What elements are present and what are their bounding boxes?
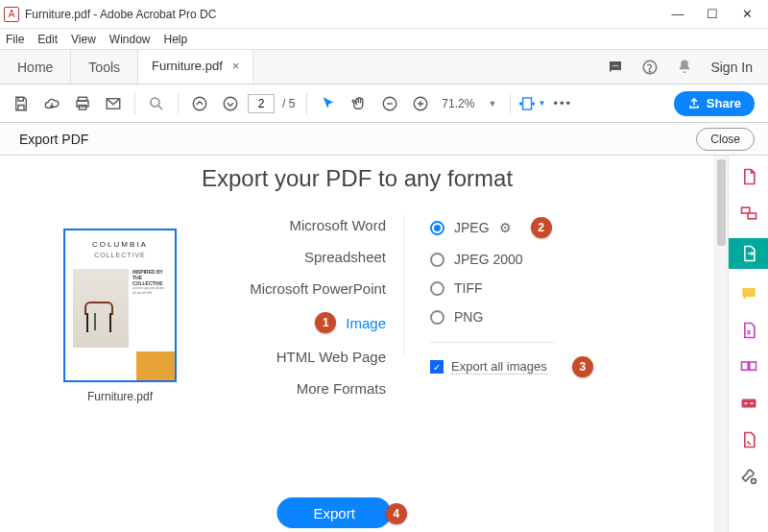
window-titlebar: A Furniture.pdf - Adobe Acrobat Pro DC —… (0, 0, 768, 29)
option-png[interactable]: PNG (430, 309, 614, 325)
zoom-value[interactable]: 71.2% (438, 97, 478, 110)
tab-document[interactable]: Furniture.pdf × (138, 50, 253, 84)
save-icon[interactable] (8, 90, 35, 117)
app-icon: A (4, 7, 19, 22)
option-export-all-images[interactable]: ✓ Export all images 3 (430, 356, 614, 377)
export-button[interactable]: Export (276, 497, 391, 528)
toolbar-separator (510, 93, 511, 114)
category-spreadsheet[interactable]: Spreadsheet (304, 249, 386, 265)
bell-icon[interactable] (676, 59, 693, 76)
tab-home[interactable]: Home (0, 50, 71, 84)
rail-fill-sign-icon[interactable] (737, 428, 760, 451)
print-icon[interactable] (69, 90, 96, 117)
svg-rect-18 (749, 362, 756, 370)
option-jpeg2000[interactable]: JPEG 2000 (430, 252, 614, 267)
radio-icon (430, 221, 444, 235)
fit-width-icon[interactable]: ▼ (518, 90, 545, 117)
hand-icon[interactable] (346, 90, 372, 117)
category-html[interactable]: HTML Web Page (276, 349, 386, 365)
option-jpeg[interactable]: JPEG ⚙ 2 (430, 217, 614, 238)
svg-rect-19 (741, 399, 756, 408)
category-powerpoint[interactable]: Microsoft PowerPoint (250, 280, 386, 297)
chat-icon[interactable] (607, 59, 624, 76)
svg-rect-15 (741, 207, 749, 213)
option-jpeg-label: JPEG (454, 220, 490, 235)
menubar: File Edit View Window Help (0, 29, 768, 50)
tabs-row: Home Tools Furniture.pdf × Sign In (0, 50, 768, 85)
tab-document-label: Furniture.pdf (152, 59, 223, 73)
category-image[interactable]: Image (346, 315, 386, 331)
sign-in-link[interactable]: Sign In (710, 60, 753, 75)
tab-tools[interactable]: Tools (71, 50, 138, 84)
toolbar-separator (134, 93, 135, 114)
close-window-button[interactable]: ✕ (730, 1, 764, 28)
right-tool-rail (728, 156, 768, 532)
option-jpeg2000-label: JPEG 2000 (454, 252, 523, 267)
svg-point-1 (615, 64, 617, 66)
more-icon[interactable]: ••• (549, 90, 576, 117)
document-thumbnail[interactable]: COLUMBIA COLLECTIVE INSPIRED BY THE COLL… (63, 229, 177, 382)
panel-header: Export PDF Close (0, 123, 768, 156)
menu-edit[interactable]: Edit (37, 33, 58, 46)
thumb-side-text: INSPIRED BY THE COLLECTIVE Lorem ipsum d… (132, 269, 167, 321)
pointer-icon[interactable] (315, 90, 342, 117)
jpeg-settings-icon[interactable]: ⚙ (499, 220, 512, 235)
tab-close-icon[interactable]: × (232, 59, 240, 73)
rail-more-tools-icon[interactable] (737, 465, 760, 488)
maximize-button[interactable]: ☐ (695, 1, 730, 28)
zoom-out-icon[interactable] (376, 90, 403, 117)
rail-organize-icon[interactable] (737, 319, 760, 342)
menu-file[interactable]: File (6, 33, 24, 46)
svg-point-0 (612, 64, 614, 66)
menu-window[interactable]: Window (109, 33, 151, 46)
share-button[interactable]: Share (674, 91, 755, 116)
panel-title: Export PDF (19, 132, 696, 147)
svg-rect-16 (748, 213, 756, 219)
category-word[interactable]: Microsoft Word (289, 217, 386, 233)
thumb-brand: COLUMBIA (65, 240, 175, 249)
toolbar-separator (306, 93, 307, 114)
scrollbar-thumb[interactable] (717, 159, 726, 246)
export-panel-content: Export your PDF to any format COLUMBIA C… (0, 156, 714, 532)
rail-comment-icon[interactable] (737, 282, 760, 305)
category-more[interactable]: More Formats (297, 380, 386, 397)
option-tiff[interactable]: TIFF (430, 280, 614, 296)
zoom-dropdown-icon[interactable]: ▼ (482, 99, 502, 109)
toolbar-separator (178, 93, 179, 114)
menu-view[interactable]: View (71, 33, 96, 46)
annotation-badge-4: 4 (386, 503, 407, 524)
content-scrollbar[interactable] (714, 156, 728, 532)
minimize-button[interactable]: — (660, 1, 695, 28)
svg-rect-17 (741, 362, 748, 370)
page-up-icon[interactable] (186, 90, 213, 117)
svg-point-2 (617, 64, 619, 66)
checkbox-icon: ✓ (430, 360, 444, 374)
options-divider (430, 342, 555, 343)
page-total: / 5 (278, 97, 299, 110)
thumb-brand-sub: COLLECTIVE (65, 252, 175, 258)
rail-export-pdf-icon[interactable] (729, 238, 769, 269)
option-png-label: PNG (454, 309, 483, 325)
svg-point-11 (224, 97, 237, 110)
thumb-orange-band (136, 351, 175, 380)
mail-icon[interactable] (100, 90, 127, 117)
rail-optimize-icon[interactable] (737, 392, 760, 415)
thumbnail-column: COLUMBIA COLLECTIVE INSPIRED BY THE COLL… (29, 209, 211, 403)
window-title: Furniture.pdf - Adobe Acrobat Pro DC (25, 8, 660, 21)
menu-help[interactable]: Help (164, 33, 188, 46)
option-export-all-label: Export all images (451, 359, 547, 375)
zoom-in-icon[interactable] (407, 90, 434, 117)
svg-rect-7 (79, 105, 86, 109)
search-icon[interactable] (143, 90, 170, 117)
svg-rect-14 (523, 98, 532, 109)
main-area: Export your PDF to any format COLUMBIA C… (0, 156, 768, 532)
help-icon[interactable] (641, 59, 659, 76)
page-number-input[interactable] (248, 94, 275, 113)
toolbar: / 5 71.2% ▼ ▼ ••• Share (0, 85, 768, 123)
rail-create-pdf-icon[interactable] (737, 165, 760, 188)
cloud-icon[interactable] (38, 90, 65, 117)
panel-close-button[interactable]: Close (696, 128, 755, 151)
rail-redact-icon[interactable] (737, 355, 760, 378)
page-down-icon[interactable] (217, 90, 244, 117)
rail-combine-icon[interactable] (737, 202, 760, 225)
